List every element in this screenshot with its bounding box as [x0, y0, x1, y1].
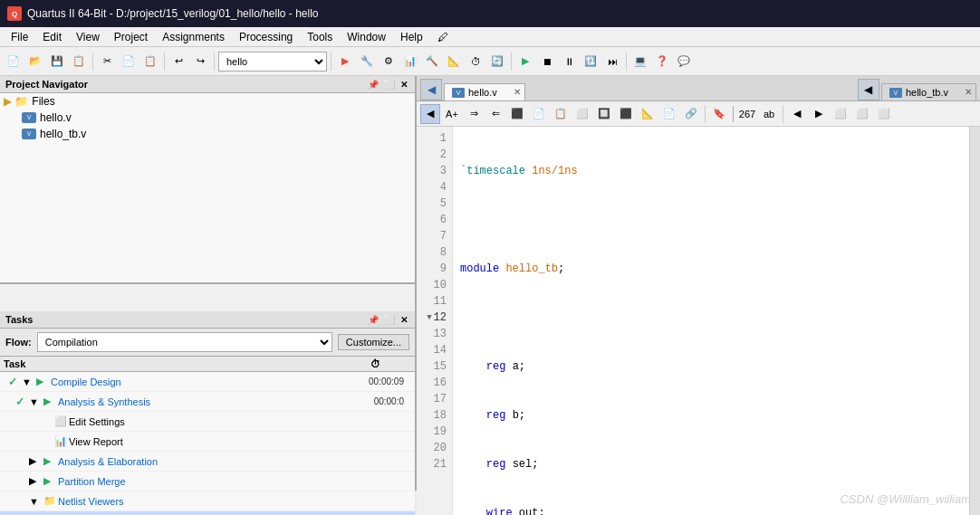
menu-extra[interactable]: 🖊	[430, 29, 456, 45]
task-vr-name: View Report	[69, 436, 339, 447]
toolbar-support[interactable]: 💬	[674, 52, 694, 72]
task-nv-expand[interactable]: ▼	[29, 496, 43, 507]
tab-hello-v[interactable]: V hello.v ✕	[444, 83, 525, 100]
task-analysis-synthesis[interactable]: ✓ ▼ ▶ Analysis & Synthesis 00:00:0	[0, 392, 415, 412]
compile-design-link[interactable]: Compile Design	[51, 377, 121, 387]
tree-files-folder[interactable]: ▶ 📁 Files	[0, 93, 415, 110]
task-analysis-elaboration[interactable]: ▶ ▶ Analysis & Elaboration	[0, 452, 415, 472]
task-ae-expand[interactable]: ▶	[29, 455, 43, 467]
menu-edit[interactable]: Edit	[35, 29, 69, 45]
analysis-elaboration-link[interactable]: Analysis & Elaboration	[58, 456, 158, 467]
menu-project[interactable]: Project	[107, 29, 155, 45]
menu-window[interactable]: Window	[340, 29, 393, 45]
toolbar-help[interactable]: ❓	[652, 52, 672, 72]
editor-btn10[interactable]: 📐	[638, 104, 658, 124]
toolbar-sim[interactable]: 🔄	[487, 52, 507, 72]
editor-num[interactable]: 267	[737, 104, 757, 124]
customize-button[interactable]: Customize...	[338, 334, 409, 350]
task-rtl-viewer[interactable]: 🔷 RTL Viewer	[0, 511, 415, 515]
task-edit-settings[interactable]: ⬜ Edit Settings	[0, 412, 415, 432]
editor-btn12[interactable]: 🔗	[681, 104, 701, 124]
tasks-float-icon[interactable]: ⬜	[382, 315, 397, 325]
toolbar-redo[interactable]: ↪	[190, 52, 210, 72]
hello-tb-tab-icon: V	[889, 88, 902, 98]
toolbar-program[interactable]: ⚙	[379, 52, 399, 72]
toolbar-copy[interactable]: 📄	[119, 52, 139, 72]
task-view-report[interactable]: 📊 View Report	[0, 432, 415, 452]
menu-file[interactable]: File	[4, 29, 35, 45]
toolbar-cut[interactable]: ✂	[97, 52, 117, 72]
tasks-close-icon[interactable]: ✕	[399, 315, 409, 325]
editor-nav-prev[interactable]: ◀	[787, 104, 807, 124]
editor-btn8[interactable]: 🔲	[594, 104, 614, 124]
toolbar-restart[interactable]: 🔃	[581, 52, 600, 72]
analysis-synthesis-link[interactable]: Analysis & Synthesis	[58, 396, 150, 407]
editor-scrollbar[interactable]	[969, 127, 980, 515]
partition-merge-link[interactable]: Partition Merge	[58, 476, 126, 487]
code-content[interactable]: `timescale 1ns/1ns module hello_tb; reg …	[453, 127, 969, 515]
toolbar-device[interactable]: 💻	[630, 52, 650, 72]
menu-view[interactable]: View	[69, 29, 107, 45]
toolbar-fit[interactable]: 📐	[444, 52, 464, 72]
hello-v-close[interactable]: ✕	[514, 87, 521, 97]
netlist-viewers-link[interactable]: Netlist Viewers	[58, 496, 124, 507]
hello-tb-v-close[interactable]: ✕	[965, 87, 972, 97]
task-netlist-viewers[interactable]: ▼ 📁 Netlist Viewers	[0, 491, 415, 511]
tree-hello-tb-v[interactable]: V hello_tb.v	[0, 126, 415, 142]
editor-btn6[interactable]: 📋	[551, 104, 571, 124]
menu-processing[interactable]: Processing	[232, 29, 300, 45]
editor-btn2[interactable]: ⇒	[464, 104, 484, 124]
collapse-icon[interactable]: ▼	[427, 310, 431, 326]
editor-btn3[interactable]: ⇐	[485, 104, 505, 124]
toolbar-step[interactable]: ⏭	[602, 52, 622, 72]
editor-btn1[interactable]: A+	[442, 104, 462, 124]
editor-split1[interactable]: ⬜	[831, 104, 850, 124]
tree-hello-v[interactable]: V hello.v	[0, 110, 415, 126]
editor-nav-icon[interactable]: ◀	[420, 79, 442, 100]
toolbar-compile[interactable]: ▶	[335, 52, 355, 72]
task-compile-design[interactable]: ✓ ▼ ▶ Compile Design 00:00:09	[0, 372, 415, 392]
task-pm-expand[interactable]: ▶	[29, 475, 43, 487]
code-line-8: wire out;	[460, 505, 962, 515]
toolbar-open[interactable]: 📂	[25, 52, 45, 72]
project-dropdown[interactable]: hello	[218, 52, 327, 72]
toolbar-analyze[interactable]: 📊	[400, 52, 420, 72]
line-12: ▼12	[417, 310, 452, 326]
toolbar-synth[interactable]: 🔨	[422, 52, 442, 72]
task-as-expand[interactable]: ▼	[29, 396, 43, 407]
editor-split2[interactable]: ⬜	[852, 104, 872, 124]
editor-word[interactable]: ab	[759, 104, 779, 124]
toolbar-sep5	[511, 52, 512, 71]
editor-nav-btn[interactable]: ◀	[420, 104, 440, 124]
toolbar-save2[interactable]: 📋	[69, 52, 89, 72]
toolbar-timing[interactable]: ⏱	[466, 52, 485, 72]
toolbar-save[interactable]: 💾	[47, 52, 67, 72]
menu-tools[interactable]: Tools	[300, 29, 340, 45]
tab-group2-nav[interactable]: ◀	[858, 79, 879, 100]
tab-hello-tb-v[interactable]: V hello_tb.v ✕	[881, 83, 976, 100]
menu-help[interactable]: Help	[393, 29, 430, 45]
nav-float-icon[interactable]: ⬜	[382, 80, 397, 90]
editor-btn11[interactable]: 📄	[659, 104, 679, 124]
flow-dropdown[interactable]: Compilation	[37, 332, 332, 352]
editor-btn9[interactable]: ⬛	[616, 104, 636, 124]
editor-btn7[interactable]: ⬜	[572, 104, 592, 124]
editor-split3[interactable]: ⬜	[874, 104, 894, 124]
toolbar-start[interactable]: ▶	[515, 52, 535, 72]
toolbar-new[interactable]: 📄	[4, 52, 24, 72]
editor-nav-next[interactable]: ▶	[809, 104, 829, 124]
task-compile-expand[interactable]: ▼	[22, 377, 36, 387]
editor-bookmark[interactable]: 🔖	[709, 104, 729, 124]
nav-pin-icon[interactable]: 📌	[366, 80, 380, 90]
toolbar-undo[interactable]: ↩	[168, 52, 188, 72]
toolbar-run[interactable]: 🔧	[357, 52, 377, 72]
editor-btn5[interactable]: 📄	[529, 104, 549, 124]
menu-assignments[interactable]: Assignments	[155, 29, 232, 45]
tasks-pin-icon[interactable]: 📌	[366, 315, 380, 325]
toolbar-paste[interactable]: 📋	[140, 52, 160, 72]
toolbar-stop1[interactable]: ⏹	[537, 52, 557, 72]
task-partition-merge[interactable]: ▶ ▶ Partition Merge	[0, 472, 415, 491]
nav-close-icon[interactable]: ✕	[399, 80, 409, 90]
editor-btn4[interactable]: ⬛	[507, 104, 527, 124]
toolbar-stop2[interactable]: ⏸	[559, 52, 579, 72]
